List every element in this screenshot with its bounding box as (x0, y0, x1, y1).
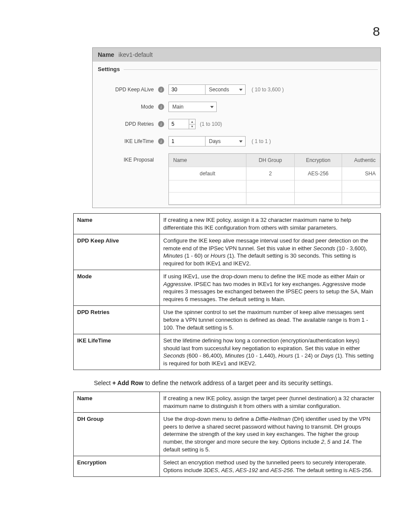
proposal-header-name[interactable]: Name (169, 154, 246, 167)
mode-value: Main (172, 104, 184, 110)
desc2-row-dh: DH Group Use the drop-down menu to defin… (74, 413, 381, 456)
spinner-down-icon[interactable]: ▼ (189, 124, 195, 129)
desc-dpd-retries-text: Use the spinner control to set the maxim… (160, 306, 381, 334)
desc2-enc-text: Select an encryption method used by the … (160, 456, 381, 477)
proposal-empty-row (169, 180, 380, 193)
dpd-retries-spinner[interactable]: ▲ ▼ (189, 119, 196, 129)
dpd-keepalive-row: DPD Keep ALive i Seconds ( 10 to 3,600 ) (93, 84, 380, 95)
proposal-header-auth[interactable]: Authentic (342, 154, 380, 167)
page-content: Name ikev1-default Settings DPD Keep ALi… (0, 47, 411, 494)
chevron-down-icon (239, 89, 243, 91)
desc-ike-lifetime-label: IKE LifeTime (74, 334, 160, 370)
desc-name-label: Name (74, 214, 160, 234)
proposal-header-row: Name DH Group Encryption Authentic (169, 154, 380, 167)
desc-mode-text: If using IKEv1, use the drop-down menu t… (160, 270, 381, 306)
desc-ike-lifetime-text: Set the lifetime defining how long a con… (160, 334, 381, 370)
ike-lifetime-label: IKE LifeTime (93, 138, 158, 144)
desc-dpd-retries-label: DPD Retries (74, 306, 160, 334)
dpd-keepalive-range: ( 10 to 3,600 ) (252, 87, 284, 93)
ike-proposal-row: IKE Proposal Name DH Group Encryption Au… (93, 153, 380, 205)
desc-row-ike-lifetime: IKE LifeTime Set the lifetime defining h… (74, 334, 381, 370)
desc-dpd-keepalive-label: DPD Keep Alive (74, 234, 160, 270)
panel-header: Name ikev1-default (93, 48, 380, 62)
chevron-down-icon (210, 106, 214, 108)
dpd-keepalive-label: DPD Keep ALive (93, 87, 158, 93)
info-icon[interactable]: i (158, 138, 164, 144)
dpd-retries-range: (1 to 100) (200, 121, 222, 127)
info-icon[interactable]: i (158, 87, 164, 93)
mode-select[interactable]: Main (168, 102, 217, 112)
settings-fieldset-label: Settings (93, 66, 380, 72)
chevron-down-icon (239, 140, 243, 143)
add-row-instruction: Select + Add Row to define the network a… (94, 380, 381, 386)
dpd-keepalive-unit-value: Seconds (209, 87, 229, 93)
proposal-dh-cell: 2 (246, 167, 295, 180)
desc-row-dpd-retries: DPD Retries Use the spinner control to s… (74, 306, 381, 334)
ike-proposal-label: IKE Proposal (93, 153, 158, 163)
name-label: Name (98, 51, 114, 58)
ike-proposal-table: Name DH Group Encryption Authentic defau… (168, 153, 380, 205)
desc-mode-label: Mode (74, 270, 160, 306)
proposal-auth-cell: SHA (342, 167, 380, 180)
mode-row: Mode i Main (93, 102, 380, 112)
desc2-row-name: Name If creating a new IKE policy, assig… (74, 392, 381, 413)
dpd-keepalive-input[interactable] (168, 84, 206, 95)
desc-row-dpd-keepalive: DPD Keep Alive Configure the IKE keep al… (74, 234, 381, 270)
proposal-name-cell: default (169, 167, 246, 180)
ike-lifetime-input[interactable] (168, 136, 206, 146)
mode-label: Mode (93, 104, 158, 110)
desc2-name-label: Name (74, 392, 160, 413)
ike-lifetime-unit-value: Days (209, 138, 221, 144)
desc-name-text: If creating a new IKE policy, assign it … (160, 214, 381, 234)
ike-lifetime-unit-select[interactable]: Days (205, 136, 246, 146)
spinner-up-icon[interactable]: ▲ (189, 119, 195, 124)
desc2-dh-label: DH Group (74, 413, 160, 456)
dpd-retries-label: DPD Retries (93, 121, 158, 127)
info-icon[interactable]: i (158, 104, 164, 110)
ike-lifetime-range: ( 1 to 1 ) (252, 138, 271, 144)
ike-lifetime-row: IKE LifeTime i Days ( 1 to 1 ) (93, 136, 380, 146)
proposal-empty-row (169, 193, 380, 205)
panel-body: Settings DPD Keep ALive i Seconds ( 10 t… (93, 62, 380, 208)
proposal-data-row[interactable]: default 2 AES-256 SHA (169, 167, 380, 180)
settings-description-table: Name If creating a new IKE policy, assig… (73, 213, 381, 370)
dpd-keepalive-unit-select[interactable]: Seconds (205, 84, 246, 95)
page-number: 8 (0, 0, 411, 47)
name-value: ikev1-default (118, 51, 153, 58)
desc-row-name: Name If creating a new IKE policy, assig… (74, 214, 381, 234)
proposal-enc-cell: AES-256 (295, 167, 342, 180)
desc-row-mode: Mode If using IKEv1, use the drop-down m… (74, 270, 381, 306)
info-icon[interactable]: i (158, 121, 164, 127)
desc2-enc-label: Encryption (74, 456, 160, 477)
proposal-header-enc[interactable]: Encryption (295, 154, 342, 167)
peer-description-table: Name If creating a new IKE policy, assig… (73, 392, 381, 477)
desc2-dh-text: Use the drop-down menu to define a Diffi… (160, 413, 381, 456)
desc-dpd-keepalive-text: Configure the IKE keep alive message int… (160, 234, 381, 270)
desc2-name-text: If creating a new IKE policy, assign the… (160, 392, 381, 413)
dpd-retries-row: DPD Retries i ▲ ▼ (1 to 100) (93, 119, 380, 129)
dpd-retries-input[interactable] (168, 119, 189, 129)
ike-config-panel: Name ikev1-default Settings DPD Keep ALi… (92, 47, 381, 208)
proposal-header-dh[interactable]: DH Group (246, 154, 295, 167)
desc2-row-enc: Encryption Select an encryption method u… (74, 456, 381, 477)
